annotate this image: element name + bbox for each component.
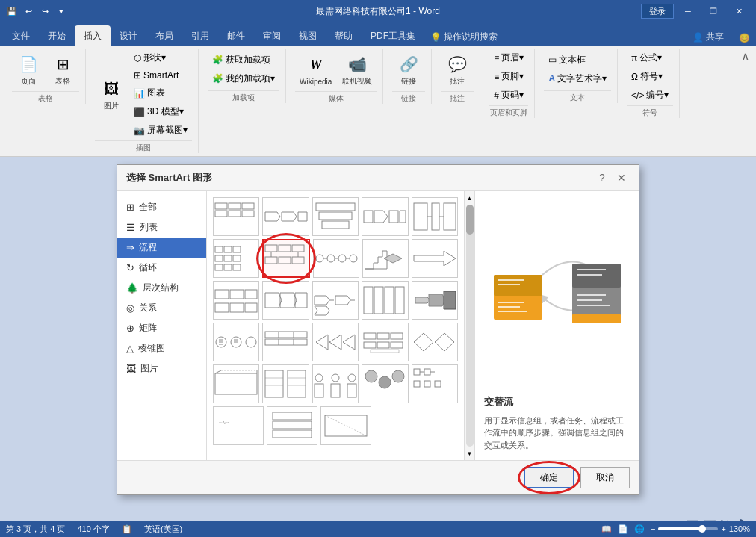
tab-mailings[interactable]: 邮件 bbox=[218, 25, 254, 46]
smartart-item-15[interactable] bbox=[412, 281, 458, 320]
smartart-item-13[interactable] bbox=[312, 281, 359, 320]
tab-view[interactable]: 视图 bbox=[290, 25, 326, 46]
smartart-item-27[interactable] bbox=[267, 406, 317, 445]
sidebar-item-hierarchy[interactable]: 🌲 层次结构 bbox=[117, 278, 206, 298]
tab-references[interactable]: 引用 bbox=[182, 25, 218, 46]
view-read-button[interactable]: 📖 bbox=[601, 524, 612, 534]
smartart-item-23[interactable] bbox=[312, 364, 359, 403]
dialog-close-button[interactable]: ✕ bbox=[613, 170, 630, 186]
footer-button[interactable]: ≡ 页脚▾ bbox=[489, 68, 528, 85]
smartart-item-21[interactable] bbox=[213, 364, 259, 403]
sidebar-item-picture[interactable]: 🖼 图片 bbox=[117, 358, 206, 379]
scrollbar-thumb[interactable] bbox=[466, 205, 474, 235]
smartart-item-14[interactable] bbox=[362, 281, 408, 320]
redo-icon[interactable]: ↪ bbox=[39, 5, 51, 17]
smartart-item-3[interactable] bbox=[312, 197, 359, 236]
textbox-button[interactable]: ▭ 文本框 bbox=[544, 52, 611, 69]
ok-button[interactable]: 确定 bbox=[524, 467, 574, 488]
tab-design[interactable]: 设计 bbox=[111, 25, 146, 46]
tab-home[interactable]: 开始 bbox=[39, 25, 75, 46]
smartart-item-25[interactable] bbox=[412, 364, 458, 403]
scroll-down-button[interactable]: ▼ bbox=[465, 448, 475, 459]
sidebar-item-pyramid[interactable]: △ 棱锥图 bbox=[117, 338, 206, 358]
tab-pdf[interactable]: PDF工具集 bbox=[362, 25, 424, 46]
tab-review[interactable]: 审阅 bbox=[254, 25, 290, 46]
restore-button[interactable]: ❐ bbox=[702, 4, 725, 19]
scrollbar-track[interactable] bbox=[466, 205, 474, 447]
smartart-item-17[interactable] bbox=[262, 323, 309, 361]
wordart-button[interactable]: A 文字艺术字▾ bbox=[544, 70, 611, 87]
header-button[interactable]: ≡ 页眉▾ bbox=[489, 49, 528, 66]
smartart-item-2[interactable] bbox=[262, 197, 309, 236]
smartart-item-7-selected[interactable] bbox=[262, 239, 310, 278]
model3d-button[interactable]: ⬛ 3D 模型▾ bbox=[129, 103, 192, 120]
login-button[interactable]: 登录 bbox=[641, 4, 674, 19]
view-print-button[interactable]: 📄 bbox=[618, 524, 628, 534]
tab-layout[interactable]: 布局 bbox=[146, 25, 182, 46]
minimize-button[interactable]: ─ bbox=[677, 4, 699, 19]
pagenum-button[interactable]: # 页码▾ bbox=[489, 87, 528, 104]
ribbon-collapse-button[interactable]: ∧ bbox=[741, 49, 750, 63]
smartart-item-12[interactable] bbox=[262, 281, 309, 320]
scroll-up-button[interactable]: ▲ bbox=[465, 193, 475, 203]
comment-button[interactable]: 💬 批注 bbox=[441, 49, 474, 90]
sidebar-item-matrix[interactable]: ⊕ 矩阵 bbox=[117, 318, 206, 338]
grid-scrollbar[interactable]: ▲ ▼ bbox=[464, 191, 474, 460]
sidebar-item-cycle[interactable]: ↻ 循环 bbox=[117, 258, 206, 278]
svg-rect-99 bbox=[265, 370, 283, 397]
sidebar-item-list[interactable]: ☰ 列表 bbox=[117, 217, 206, 238]
smartart-item-9[interactable] bbox=[362, 239, 409, 278]
wikipedia-button[interactable]: W Wikipedia bbox=[295, 51, 336, 89]
smartart-item-6[interactable] bbox=[213, 239, 259, 278]
smartart-item-22[interactable] bbox=[262, 364, 309, 403]
zoom-in-button[interactable]: + bbox=[721, 524, 725, 533]
smartart-item-1[interactable] bbox=[213, 197, 259, 236]
smartart-item-18[interactable] bbox=[312, 323, 359, 361]
picture-button[interactable]: 🖼 图片 bbox=[95, 74, 128, 114]
tab-file[interactable]: 文件 bbox=[3, 25, 39, 46]
close-button[interactable]: ✕ bbox=[728, 4, 750, 19]
view-web-button[interactable]: 🌐 bbox=[634, 524, 645, 534]
screenshot-button[interactable]: 📷 屏幕截图▾ bbox=[129, 122, 192, 139]
dialog-help-button[interactable]: ? bbox=[594, 170, 610, 186]
zoom-out-button[interactable]: − bbox=[651, 524, 655, 533]
svg-rect-21 bbox=[215, 246, 223, 252]
search-box[interactable]: 💡 操作说明搜索 bbox=[424, 28, 504, 46]
chart-button[interactable]: 📊 图表 bbox=[129, 84, 192, 102]
customize-icon[interactable]: ▾ bbox=[55, 5, 67, 17]
tab-help[interactable]: 帮助 bbox=[326, 25, 362, 46]
smartart-item-26[interactable]: ··∿·· bbox=[213, 406, 264, 445]
smartart-item-5[interactable] bbox=[412, 197, 458, 236]
shapes-button[interactable]: ⬡ 形状▾ bbox=[129, 49, 192, 66]
online-video-button[interactable]: 📹 联机视频 bbox=[338, 49, 377, 90]
smartart-item-4[interactable] bbox=[362, 197, 408, 236]
tab-insert[interactable]: 插入 bbox=[75, 25, 111, 46]
table-button[interactable]: ⊞ 表格 bbox=[46, 49, 79, 90]
undo-icon[interactable]: ↩ bbox=[22, 5, 34, 17]
get-addins-button[interactable]: 🧩 获取加载项 bbox=[208, 52, 279, 69]
zoom-slider-thumb[interactable] bbox=[698, 525, 706, 533]
smartart-button[interactable]: ⊞ SmartArt bbox=[129, 68, 192, 83]
my-addins-button[interactable]: 🧩 我的加载项▾ bbox=[208, 70, 279, 87]
smiley-icon[interactable]: 😊 bbox=[733, 30, 756, 46]
sidebar-item-relationship[interactable]: ◎ 关系 bbox=[117, 298, 206, 318]
smartart-item-11[interactable] bbox=[213, 281, 259, 320]
link-button[interactable]: 🔗 链接 bbox=[392, 49, 425, 90]
smartart-item-16[interactable] bbox=[213, 323, 259, 361]
smartart-item-28[interactable] bbox=[320, 406, 371, 445]
smartart-item-20[interactable] bbox=[412, 323, 458, 361]
zoom-slider-track[interactable] bbox=[658, 527, 718, 530]
coding-button[interactable]: </> 编号▾ bbox=[627, 87, 673, 104]
smartart-item-19[interactable] bbox=[362, 323, 408, 361]
smartart-item-10[interactable] bbox=[412, 239, 458, 278]
smartart-item-8[interactable] bbox=[313, 239, 359, 278]
sidebar-item-all[interactable]: ⊞ 全部 bbox=[117, 197, 206, 217]
symbol-button[interactable]: Ω 符号▾ bbox=[627, 68, 673, 85]
cancel-button[interactable]: 取消 bbox=[580, 467, 630, 488]
smartart-item-24[interactable] bbox=[362, 364, 408, 403]
share-button[interactable]: 👤 共享 bbox=[684, 28, 733, 46]
page-button[interactable]: 📄 页面 bbox=[12, 49, 45, 90]
save-icon[interactable]: 💾 bbox=[6, 5, 18, 17]
sidebar-item-process[interactable]: ⇒ 流程 bbox=[117, 238, 206, 258]
formula-button[interactable]: π 公式▾ bbox=[627, 49, 673, 66]
